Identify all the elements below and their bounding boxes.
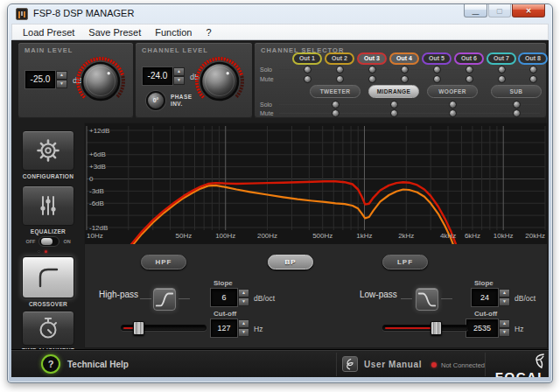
output-select-1[interactable]: Out 1: [292, 52, 322, 65]
lp-cutoff-value[interactable]: 2535: [466, 319, 498, 337]
group-select-tweeter[interactable]: TWEETER: [310, 85, 360, 98]
channel-solo-button-3[interactable]: [368, 66, 376, 74]
technical-help-link[interactable]: Technical Help: [67, 360, 129, 369]
output-select-8[interactable]: Out 8: [518, 52, 548, 65]
user-manual-link[interactable]: User Manual: [364, 360, 422, 369]
channel-solo-button-6[interactable]: [466, 66, 473, 74]
main-level-increment[interactable]: ▲: [56, 71, 67, 80]
y-tick-label: +3dB: [89, 163, 106, 171]
hp-slope-increment[interactable]: ▲: [238, 289, 249, 298]
group-solo-button-4[interactable]: [513, 101, 521, 108]
output-select-7[interactable]: Out 7: [486, 52, 516, 65]
phase-invert-button[interactable]: 0°: [146, 91, 165, 110]
output-select-6[interactable]: Out 6: [454, 52, 484, 65]
channel-mute-button-2[interactable]: [336, 75, 344, 83]
main-level-knob[interactable]: [73, 52, 129, 110]
knob-indicator-dot: [227, 72, 229, 74]
equalizer-toggle[interactable]: [38, 236, 60, 247]
channel-mute-button-7[interactable]: [498, 75, 506, 83]
lp-cutoff-increment[interactable]: ▲: [499, 319, 510, 328]
group-select-midrange[interactable]: MIDRANGE: [368, 85, 419, 98]
sidebar-item-crossover[interactable]: [22, 256, 74, 298]
lp-cutoff-decrement[interactable]: ▼: [499, 328, 510, 337]
channel-mute-button-5[interactable]: [433, 75, 441, 83]
output-select-4[interactable]: Out 4: [389, 52, 419, 65]
x-tick-label: 6kHz: [465, 232, 480, 240]
channel-solo-button-2[interactable]: [336, 66, 344, 74]
main-level-value[interactable]: -25.0: [25, 71, 55, 88]
main-level-panel: MAIN LEVEL -25.0 ▲ ▼ dB: [18, 43, 133, 118]
maximize-button[interactable]: ▢: [488, 4, 511, 18]
group-select-woofer[interactable]: WOOFER: [427, 85, 478, 98]
channel-solo-button-4[interactable]: [401, 66, 409, 74]
lp-cutoff-slider[interactable]: [382, 325, 468, 331]
group-mute-button-3[interactable]: [449, 109, 457, 117]
channel-mute-button-6[interactable]: [466, 75, 473, 83]
hp-slope-value[interactable]: 6: [211, 289, 237, 306]
channel-level-spinner: -24.0 ▲ ▼: [143, 67, 185, 85]
focal-logo: FOCAL THE SPIRIT OF SOUND: [491, 354, 547, 377]
channel-level-decrement[interactable]: ▼: [173, 76, 185, 85]
channel-mute-button-8[interactable]: [529, 75, 537, 83]
menu-function[interactable]: Function: [148, 26, 199, 38]
lp-slope-increment[interactable]: ▲: [499, 289, 510, 298]
sidebar-item-time-alignment[interactable]: [22, 311, 74, 346]
phase-label-line2: INV.: [171, 101, 192, 108]
close-button[interactable]: ✕: [512, 4, 545, 18]
channel-solo-button-7[interactable]: [498, 66, 506, 74]
technical-help-icon[interactable]: ?: [41, 354, 60, 374]
low-pass-curve-icon: [416, 289, 438, 310]
connection-status-text: Not Connected: [441, 361, 485, 369]
channel-level-value[interactable]: -24.0: [143, 67, 172, 85]
channel-solo-button-5[interactable]: [433, 66, 441, 74]
divider: [485, 353, 486, 376]
lp-slider-fill: [385, 327, 436, 329]
group-mute-button-1[interactable]: [332, 109, 340, 117]
low-pass-curve-button[interactable]: [416, 288, 438, 311]
hp-cutoff-slider[interactable]: [121, 325, 206, 331]
lp-slider-handle[interactable]: [430, 321, 442, 335]
group-solo-button-3[interactable]: [449, 101, 457, 108]
eq-toggle-on-label: ON: [63, 239, 70, 244]
x-tick-label: 10Hz: [87, 232, 103, 240]
main-level-decrement[interactable]: ▼: [56, 80, 67, 88]
menu-help[interactable]: ?: [199, 26, 218, 38]
lp-slope-decrement[interactable]: ▼: [499, 298, 510, 306]
hp-slope-decrement[interactable]: ▼: [238, 298, 249, 306]
filter-bp-button[interactable]: BP: [268, 255, 313, 270]
sidebar-item-configuration[interactable]: [22, 130, 74, 171]
menu-save-preset[interactable]: Save Preset: [81, 26, 148, 38]
hp-cutoff-increment[interactable]: ▲: [238, 319, 249, 328]
focal-flame-icon: [535, 354, 545, 368]
output-select-3[interactable]: Out 3: [357, 52, 387, 65]
pdf-icon[interactable]: [342, 356, 358, 372]
equalizer-toggle-knob[interactable]: [41, 238, 52, 245]
channel-level-increment[interactable]: ▲: [173, 67, 185, 76]
minimize-button[interactable]: —: [464, 4, 487, 18]
group-select-sub[interactable]: SUB: [491, 85, 542, 98]
high-pass-curve-button[interactable]: [153, 288, 176, 311]
lp-slope-value[interactable]: 24: [472, 289, 498, 306]
filter-lpf-button[interactable]: LPF: [382, 255, 428, 270]
hp-cutoff-value[interactable]: 127: [211, 319, 237, 337]
y-tick-label: -12dB: [89, 224, 108, 232]
channel-mute-button-4[interactable]: [401, 75, 409, 83]
channel-solo-button-1[interactable]: [304, 66, 312, 74]
channel-mute-button-3[interactable]: [368, 75, 376, 83]
group-mute-button-4[interactable]: [513, 109, 521, 117]
channel-level-knob[interactable]: [192, 52, 248, 110]
menu-load-preset[interactable]: Load Preset: [16, 26, 81, 38]
gear-icon: [36, 138, 60, 163]
filter-hpf-button[interactable]: HPF: [141, 255, 186, 270]
channel-mute-button-1[interactable]: [304, 75, 312, 83]
hp-cutoff-decrement[interactable]: ▼: [238, 328, 249, 337]
channel-solo-button-8[interactable]: [529, 66, 537, 74]
group-solo-button-1[interactable]: [332, 101, 340, 108]
group-solo-button-2[interactable]: [390, 101, 398, 108]
output-select-5[interactable]: Out 5: [422, 52, 452, 65]
sidebar-item-equalizer[interactable]: [22, 186, 74, 226]
title-bar: FSP-8 DSP MANAGER — ▢ ✕: [8, 4, 552, 24]
output-select-2[interactable]: Out 2: [325, 52, 354, 65]
group-mute-button-2[interactable]: [390, 109, 398, 117]
hp-slider-handle[interactable]: [133, 321, 144, 335]
